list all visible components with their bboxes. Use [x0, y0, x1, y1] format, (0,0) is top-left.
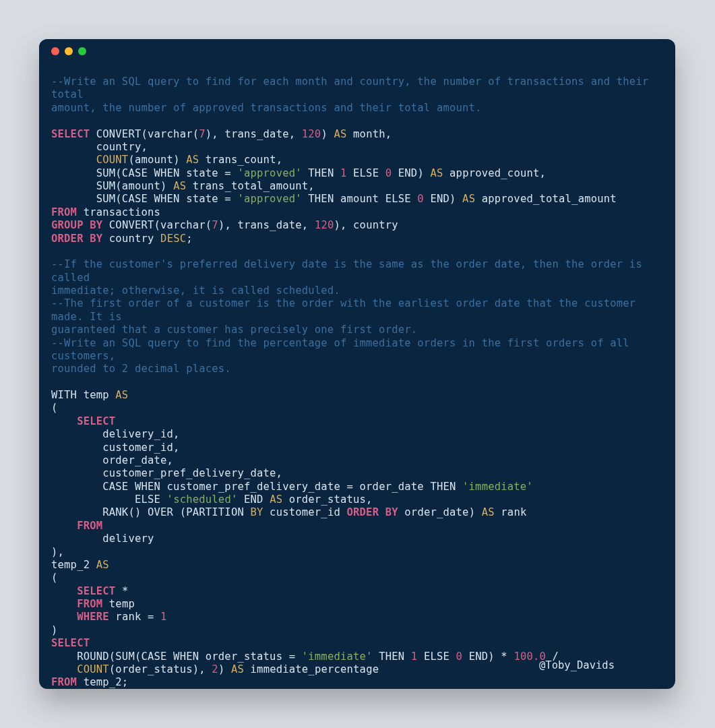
zoom-icon[interactable] — [78, 47, 86, 55]
number-literal: 0 — [385, 167, 392, 179]
string-literal: 'immediate' — [302, 650, 373, 663]
code-text: ; — [186, 233, 193, 245]
number-literal: 1 — [340, 167, 347, 179]
code-text: rank = — [109, 611, 160, 623]
keyword-as: AS — [334, 128, 346, 140]
code-text: ), trans_date, — [218, 219, 315, 231]
number-literal: 120 — [302, 128, 321, 140]
comment-line: --The first order of a customer is the o… — [51, 297, 642, 322]
code-window: --Write an SQL query to find for each mo… — [39, 39, 675, 689]
code-text: RANK() OVER (PARTITION — [51, 506, 251, 518]
function-count: COUNT — [96, 154, 129, 166]
code-text: ELSE — [51, 493, 167, 506]
keyword-order: ORDER — [51, 233, 84, 245]
keyword-as: AS — [186, 154, 199, 166]
code-text: customer_id — [263, 506, 347, 518]
code-text: CONVERT(varchar( — [90, 128, 199, 140]
comment-line: amount, the number of approved transacti… — [51, 102, 482, 114]
code-text: ), — [51, 546, 64, 558]
code-text: ELSE — [417, 650, 456, 663]
code-text: END — [237, 493, 270, 506]
code-text: temp — [102, 598, 135, 610]
code-text: (amount) — [128, 154, 186, 166]
code-text: END) — [424, 193, 462, 205]
string-literal: 'approved' — [237, 193, 301, 205]
number-literal: 120 — [315, 219, 334, 231]
code-text: approved_count, — [443, 167, 547, 179]
string-literal: 'scheduled' — [167, 493, 238, 506]
keyword-as: AS — [462, 193, 475, 205]
code-text: CASE WHEN customer_pref_delivery_date = … — [51, 481, 462, 493]
code-text: ELSE — [347, 167, 385, 179]
keyword-as: AS — [115, 389, 128, 401]
number-literal: 7 — [199, 128, 206, 140]
code-text: ( — [51, 402, 58, 414]
code-text: temp_2; — [77, 676, 128, 688]
code-text: order_date, — [51, 454, 173, 466]
number-literal: 2 — [212, 663, 218, 675]
code-text: month, — [347, 128, 392, 140]
keyword-select: SELECT — [51, 585, 115, 597]
function-count: COUNT — [77, 663, 109, 675]
code-text: ), trans_date, — [206, 128, 302, 140]
code-text: THEN — [373, 650, 411, 663]
code-text: temp_2 — [51, 559, 96, 571]
number-literal: 0 — [417, 193, 424, 205]
code-text: WITH temp — [51, 389, 115, 401]
code-text: order_status, — [282, 493, 372, 506]
code-text: CONVERT(varchar( — [102, 219, 212, 231]
code-text: SUM(amount) — [51, 180, 173, 192]
keyword-select: SELECT — [51, 637, 90, 649]
code-text: SUM(CASE WHEN state = — [51, 167, 237, 179]
keyword-by: BY — [385, 506, 398, 518]
comment-line: --Write an SQL query to find for each mo… — [51, 75, 655, 100]
code-text: country — [102, 233, 160, 245]
keyword-as: AS — [173, 180, 186, 192]
comment-line: guaranteed that a customer has precisely… — [51, 324, 417, 336]
keyword-as: AS — [231, 663, 244, 675]
code-text: SUM(CASE WHEN state = — [51, 193, 237, 205]
number-literal: 1 — [411, 650, 418, 663]
close-icon[interactable] — [51, 47, 59, 55]
keyword-as: AS — [430, 167, 443, 179]
code-text: END) — [392, 167, 430, 179]
code-text: delivery — [51, 533, 154, 545]
minimize-icon[interactable] — [65, 47, 73, 55]
code-text: customer_id, — [51, 442, 180, 454]
keyword-from: FROM — [51, 676, 77, 688]
number-literal: 7 — [212, 219, 218, 231]
keyword-as: AS — [482, 506, 495, 518]
comment-line: --Write an SQL query to find the percent… — [51, 337, 635, 362]
comment-line: --If the customer's preferred delivery d… — [51, 258, 648, 283]
code-text: customer_pref_delivery_date, — [51, 467, 282, 479]
code-text: ( — [51, 572, 58, 584]
code-text: order_date) — [398, 506, 482, 518]
number-literal: 0 — [456, 650, 463, 663]
code-text: THEN amount ELSE — [302, 193, 418, 205]
keyword-by: BY — [90, 219, 102, 231]
code-text: (order_status), — [109, 663, 212, 675]
keyword-from: FROM — [51, 598, 102, 610]
code-text: * — [115, 585, 128, 597]
window-titlebar — [39, 39, 675, 63]
keyword-group: GROUP — [51, 219, 84, 231]
keyword-from: FROM — [51, 206, 77, 218]
string-literal: 'approved' — [237, 167, 301, 179]
code-text: delivery_id, — [51, 428, 180, 440]
code-text: trans_count, — [199, 154, 282, 166]
keyword-select: SELECT — [51, 415, 115, 427]
code-text: ), country — [334, 219, 398, 231]
author-handle: @Toby_Davids — [539, 659, 615, 671]
code-text: country, — [51, 141, 148, 153]
keyword-order: ORDER — [347, 506, 379, 518]
code-text: THEN — [302, 167, 340, 179]
code-text: transactions — [77, 206, 160, 218]
code-text: ) — [321, 128, 334, 140]
comment-line: immediate; otherwise, it is called sched… — [51, 284, 340, 297]
code-text: END) * — [462, 650, 514, 663]
keyword-where: WHERE — [51, 611, 109, 623]
keyword-by: BY — [251, 506, 263, 518]
code-text — [51, 663, 77, 675]
code-text: rank — [495, 506, 527, 518]
code-text: ) — [218, 663, 231, 675]
